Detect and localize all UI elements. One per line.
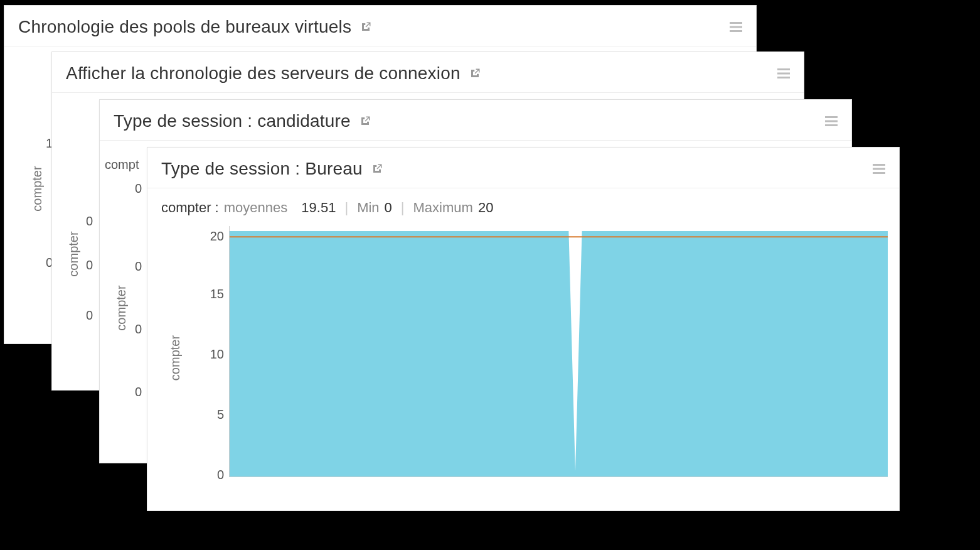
svg-rect-10: [873, 168, 885, 170]
svg-rect-3: [777, 68, 790, 70]
y-tick: 0: [196, 468, 224, 482]
stats-max-value: 20: [478, 200, 493, 216]
stats-separator: |: [401, 200, 405, 216]
chart-area: compter 20 15 10 5 0: [173, 226, 888, 490]
chart-stats-row: compter : moyennes 19.51 | Min 0 | Maxim…: [147, 188, 899, 222]
external-link-icon[interactable]: [469, 68, 481, 79]
y-tick: 0: [135, 181, 142, 196]
panel-header: Afficher la chronologie des serveurs de …: [52, 52, 804, 93]
y-axis-label: compter: [67, 231, 81, 276]
y-tick: 5: [196, 407, 224, 422]
hamburger-menu-icon[interactable]: [730, 22, 742, 32]
stats-metric-label: compter :: [161, 200, 219, 216]
svg-rect-0: [730, 22, 742, 24]
y-tick: 15: [196, 287, 224, 301]
panel-title: Chronologie des pools de bureaux virtuel…: [18, 17, 351, 37]
y-tick: 20: [196, 229, 224, 244]
hamburger-menu-icon[interactable]: [777, 68, 790, 78]
y-tick: 0: [135, 322, 142, 337]
external-link-icon[interactable]: [371, 163, 383, 175]
y-tick: 0: [135, 385, 142, 399]
panel-header: Chronologie des pools de bureaux virtuel…: [4, 6, 756, 46]
y-axis-label: compter: [30, 166, 45, 211]
external-link-icon[interactable]: [360, 116, 371, 127]
stats-max-key: Maximum: [413, 200, 473, 216]
svg-rect-2: [730, 30, 742, 32]
svg-rect-6: [825, 116, 838, 118]
y-tick: 0: [86, 308, 93, 323]
svg-rect-8: [825, 124, 838, 126]
stats-min-value: 0: [385, 200, 392, 216]
panel-title: Type de session : Bureau: [161, 159, 363, 179]
area-chart-svg: [230, 226, 888, 477]
stats-separator: |: [344, 200, 348, 216]
external-link-icon[interactable]: [360, 21, 371, 33]
stats-partial: compt: [105, 158, 139, 172]
y-tick: 0: [135, 259, 142, 274]
hamburger-menu-icon[interactable]: [825, 116, 838, 126]
stats-avg-key: moyennes: [224, 200, 288, 216]
y-axis-label: compter: [114, 285, 129, 330]
hamburger-menu-icon[interactable]: [873, 164, 885, 174]
svg-rect-7: [825, 121, 838, 122]
chart-y-axis-label: compter: [168, 335, 183, 380]
stats-min-key: Min: [357, 200, 379, 216]
svg-rect-11: [873, 172, 885, 174]
stats-avg-value: 19.51: [301, 200, 336, 216]
panel-session-desktop: Type de session : Bureau compter : moyen…: [147, 147, 900, 511]
svg-rect-5: [777, 77, 790, 78]
panel-title: Afficher la chronologie des serveurs de …: [66, 63, 461, 84]
chart-plot[interactable]: [229, 226, 888, 477]
svg-rect-4: [777, 73, 790, 75]
y-tick: 0: [86, 214, 93, 229]
y-tick: 10: [196, 347, 224, 362]
svg-rect-9: [873, 164, 885, 166]
panel-title: Type de session : candidature: [114, 111, 351, 131]
panel-header: Type de session : Bureau: [147, 148, 899, 188]
panel-header: Type de session : candidature: [100, 100, 851, 141]
y-tick: 0: [86, 258, 93, 272]
svg-rect-1: [730, 26, 742, 28]
chart-y-axis: 20 15 10 5 0: [196, 226, 224, 477]
